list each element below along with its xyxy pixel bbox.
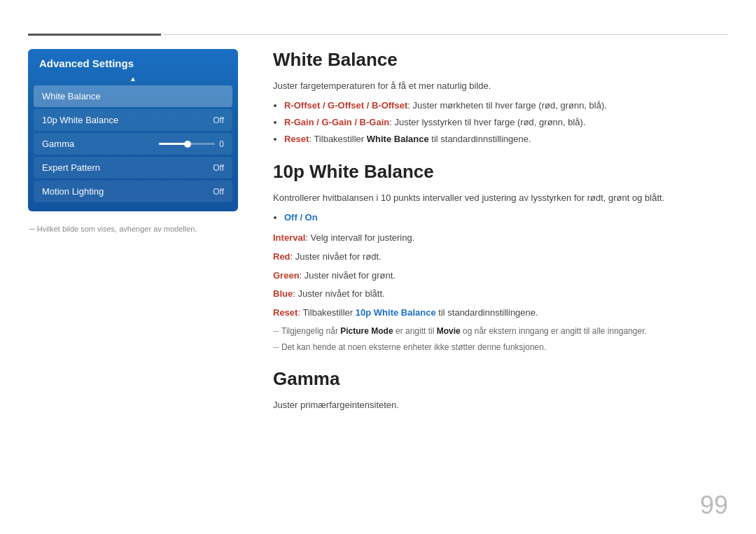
bullet-highlight-1: R-Offset / G-Offset / B-Offset (284, 100, 407, 111)
interval-label: Interval (273, 232, 305, 243)
sidebar-item-label: Expert Pattern (42, 162, 100, 173)
blue-label: Blue (273, 288, 293, 299)
bullet-text-1: : Juster mørkheten til hver farge (rød, … (407, 100, 607, 111)
bullet-text-3b: til standardinnstillingene. (429, 134, 531, 144)
bullet-offon-text: Off / On (284, 212, 318, 223)
gamma-intro: Juster primærfargeintensiteten. (273, 398, 728, 413)
sidebar-item-gamma[interactable]: Gamma 0 (34, 133, 232, 155)
sidebar: Advanced Settings ▲ White Balance 10p Wh… (28, 49, 238, 234)
note-1: Tilgjengelig når Picture Mode er angitt … (273, 325, 728, 338)
sidebar-item-10p-white-balance[interactable]: 10p White Balance Off (34, 109, 232, 131)
red-label: Red (273, 251, 290, 262)
gamma-value: 0 (219, 139, 224, 149)
top-line-dark (28, 34, 161, 36)
sidebar-title: Advanced Settings (28, 49, 238, 75)
sidebar-item-label: Gamma (42, 139, 74, 149)
10p-red: Red: Juster nivået for rødt. (273, 250, 728, 265)
white-balance-intro: Juster fargetemperaturen for å få et mer… (273, 79, 728, 94)
sidebar-item-value: Off (213, 115, 224, 125)
gamma-slider-thumb (184, 141, 191, 148)
bullet-highlight-3: Reset (284, 134, 309, 144)
page-number: 99 (700, 491, 728, 520)
section-title-white-balance: White Balance (273, 49, 728, 71)
sidebar-item-value: Off (213, 187, 224, 197)
sidebar-item-motion-lighting[interactable]: Motion Lighting Off (34, 181, 232, 202)
10p-intro: Kontrollerer hvitbalansen i 10 punkts in… (273, 191, 728, 206)
10p-bullets: Off / On (284, 210, 728, 225)
sidebar-item-label: Motion Lighting (42, 186, 104, 197)
sidebar-arrow: ▲ (28, 75, 238, 83)
top-line-light (164, 34, 728, 35)
10p-blue: Blue: Juster nivået for blått. (273, 287, 728, 302)
gamma-slider-fill (159, 143, 187, 145)
bullet-text-3: : Tilbakestiller (309, 134, 366, 144)
main-content: White Balance Juster fargetemperaturen f… (273, 49, 728, 506)
sidebar-item-white-balance[interactable]: White Balance (34, 85, 232, 107)
bullet-roffset: R-Offset / G-Offset / B-Offset: Juster m… (284, 98, 728, 113)
sidebar-item-expert-pattern[interactable]: Expert Pattern Off (34, 157, 232, 178)
bullet-reset: Reset: Tilbakestiller White Balance til … (284, 132, 728, 147)
section-gamma: Gamma Juster primærfargeintensiteten. (273, 368, 728, 413)
10p-green: Green: Juster nivået for grønt. (273, 269, 728, 283)
sidebar-item-label: White Balance (42, 91, 101, 101)
sidebar-item-value: Off (213, 163, 224, 173)
reset-bold: 10p White Balance (356, 307, 436, 318)
10p-interval: Interval: Velg intervall for justering. (273, 231, 728, 246)
top-decorative-lines (28, 34, 728, 36)
sidebar-box: Advanced Settings ▲ White Balance 10p Wh… (28, 49, 238, 211)
green-label: Green (273, 270, 300, 281)
10p-notes: Tilgjengelig når Picture Mode er angitt … (273, 325, 728, 354)
bullet-bold-3: White Balance (367, 134, 429, 144)
bullet-rgain: R-Gain / G-Gain / B-Gain: Juster lysstyr… (284, 115, 728, 130)
bullet-offon: Off / On (284, 210, 728, 225)
section-10p-white-balance: 10p White Balance Kontrollerer hvitbalan… (273, 161, 728, 354)
note-2: Det kan hende at noen eksterne enheter i… (273, 341, 728, 354)
gamma-slider-track[interactable] (159, 143, 215, 145)
bullet-text-2: : Juster lysstyrken til hver farge (rød,… (389, 117, 585, 127)
sidebar-note: Hvilket bilde som vises, avhenger av mod… (28, 224, 238, 234)
section-title-gamma: Gamma (273, 368, 728, 390)
10p-reset: Reset: Tilbakestiller 10p White Balance … (273, 306, 728, 321)
section-title-10p: 10p White Balance (273, 161, 728, 183)
sidebar-item-label: 10p White Balance (42, 115, 118, 125)
white-balance-bullets: R-Offset / G-Offset / B-Offset: Juster m… (284, 98, 728, 147)
reset-label: Reset (273, 307, 298, 318)
bullet-highlight-2: R-Gain / G-Gain / B-Gain (284, 117, 389, 127)
section-white-balance: White Balance Juster fargetemperaturen f… (273, 49, 728, 147)
